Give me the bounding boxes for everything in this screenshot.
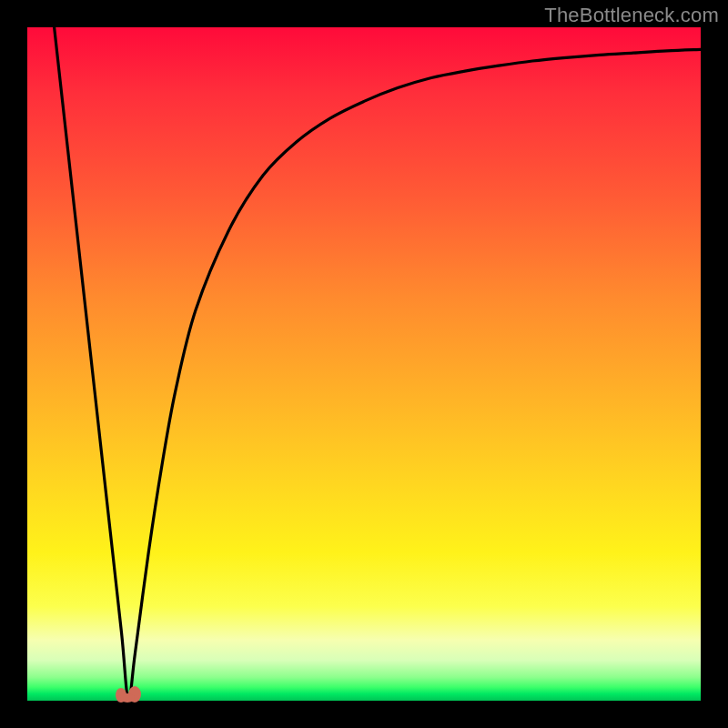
chart-frame: TheBottleneck.com [0,0,728,728]
watermark-text: TheBottleneck.com [544,4,719,27]
plot-area [27,27,701,701]
bottleneck-curve [27,27,701,701]
